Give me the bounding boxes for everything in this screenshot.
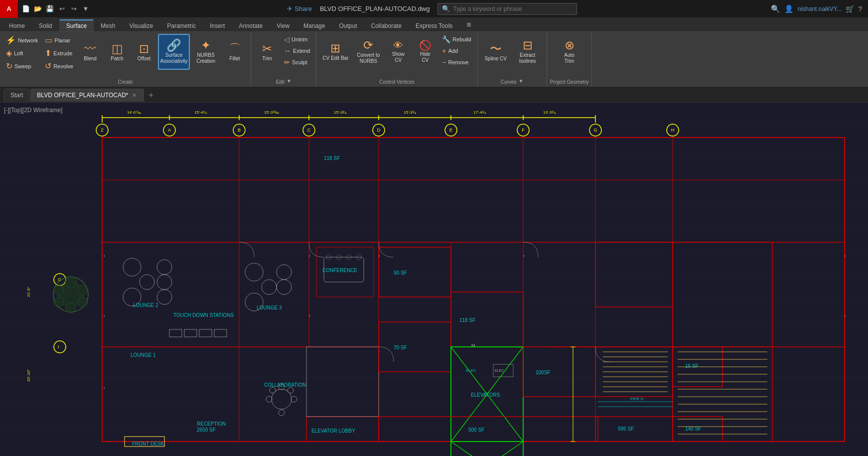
- tab-parametric[interactable]: Parametric: [160, 20, 203, 31]
- tab-collaborate[interactable]: Collaborate: [364, 20, 409, 31]
- share-button[interactable]: ✈ Share: [287, 5, 312, 12]
- cart-icon[interactable]: 🛒: [846, 5, 854, 13]
- show-cv-button[interactable]: 👁 ShowCV: [385, 34, 411, 70]
- trim-button[interactable]: ✂ Trim: [254, 34, 280, 70]
- fillet-button[interactable]: ⌒ Fillet: [222, 34, 248, 70]
- svg-text:15'-3¹³⁄₁₆: 15'-3¹³⁄₁₆: [264, 110, 279, 115]
- curves-dropdown-icon[interactable]: ▼: [519, 78, 524, 84]
- ribbon-group-project: ⊗ AutoTrim Project Geometry: [547, 32, 592, 87]
- title-bar-tools: 📄 📂 💾 ↩ ↪ ▼: [18, 4, 94, 14]
- tab-home[interactable]: Home: [2, 20, 32, 31]
- tab-express-tools[interactable]: Express Tools: [409, 20, 459, 31]
- sweep-button[interactable]: ↻ Sweep: [3, 60, 41, 72]
- tab-manage[interactable]: Manage: [296, 20, 332, 31]
- patch-button[interactable]: ◫ Patch: [104, 34, 130, 70]
- add-cv-button[interactable]: + Add: [439, 45, 474, 56]
- loft-button[interactable]: ◈ Loft: [3, 47, 41, 59]
- planar-label: Planar: [54, 37, 70, 43]
- spline-cv-button[interactable]: 〜 Spline CV: [481, 34, 511, 70]
- blend-button[interactable]: 〰 Blend: [77, 34, 103, 70]
- svg-text:ELEVATORS: ELEVATORS: [471, 392, 500, 398]
- hide-cv-button[interactable]: 🚫 HideCV: [412, 34, 438, 70]
- save-icon[interactable]: 💾: [45, 4, 55, 14]
- search-input[interactable]: [453, 5, 573, 12]
- tab-more[interactable]: ≡: [459, 18, 478, 31]
- ribbon-group-edit: ✂ Trim ◁ Untrim ↔ Extend ✏ Sculpt Edit: [251, 32, 316, 87]
- add-tab-button[interactable]: +: [145, 89, 157, 101]
- open-icon[interactable]: 📂: [33, 4, 43, 14]
- tab-surface[interactable]: Surface: [59, 19, 94, 31]
- cad-canvas: 14'-0⁷⁄₁₆ 15'-4¹⁄₄ 15'-3¹³⁄₁₆ 15'-3³⁄₄ 1…: [0, 103, 868, 456]
- blend-icon: 〰: [84, 43, 96, 55]
- svg-text:I: I: [523, 254, 524, 258]
- search-icon-right[interactable]: 🔍: [771, 4, 780, 13]
- convert-nurbs-button[interactable]: ⟳ Convert toNURBS: [352, 34, 384, 70]
- undo-icon[interactable]: ↩: [57, 4, 67, 14]
- untrim-label: Untrim: [291, 36, 307, 42]
- svg-text:A: A: [168, 128, 171, 133]
- svg-text:H: H: [671, 128, 675, 133]
- tab-mesh[interactable]: Mesh: [94, 20, 122, 31]
- search-icon: 🔍: [442, 5, 450, 12]
- svg-text:D: D: [377, 128, 381, 133]
- svg-text:COLLABORATION: COLLABORATION: [264, 382, 306, 388]
- svg-text:17'-4¹⁄₄: 17'-4¹⁄₄: [473, 110, 486, 115]
- tab-visualize[interactable]: Visualize: [122, 20, 160, 31]
- nurbs-label: NURBSCreation: [196, 52, 215, 64]
- untrim-button[interactable]: ◁ Untrim: [281, 34, 313, 45]
- svg-text:118 SF: 118 SF: [324, 155, 340, 161]
- cv-edit-bar-button[interactable]: ⊞ CV Edit Bar: [319, 34, 351, 70]
- help-icon[interactable]: ?: [858, 5, 862, 13]
- svg-text:TOUCH DOWN STATIONS: TOUCH DOWN STATIONS: [173, 312, 234, 318]
- rebuild-button[interactable]: 🔧 Rebuild: [439, 34, 474, 45]
- dropdown-icon[interactable]: ▼: [81, 4, 91, 14]
- svg-text:13'-3³⁄₄: 13'-3³⁄₄: [543, 110, 556, 115]
- close-tab-button[interactable]: ✕: [131, 92, 138, 99]
- search-box[interactable]: 🔍: [437, 3, 577, 15]
- network-label: Network: [18, 37, 38, 43]
- tab-solid[interactable]: Solid: [32, 20, 59, 31]
- svg-text:I: I: [845, 254, 846, 258]
- new-icon[interactable]: 📄: [21, 4, 31, 14]
- username[interactable]: nishant.naikVY...: [798, 5, 842, 12]
- tab-annotate[interactable]: Annotate: [232, 20, 270, 31]
- viewport[interactable]: [-][Top][2D Wireframe]: [0, 103, 868, 456]
- svg-text:B: B: [238, 128, 241, 133]
- offset-button[interactable]: ⊡ Offset: [131, 34, 157, 70]
- tab-blvd-plan[interactable]: BLVD OFFICE_PLAN-AUTOCAD* ✕: [30, 89, 144, 102]
- extend-icon: ↔: [284, 47, 291, 55]
- autocad-logo: A: [0, 0, 18, 18]
- surface-assoc-button[interactable]: 🔗 SurfaceAssociativity: [158, 34, 190, 70]
- edit-dropdown-icon[interactable]: ▼: [287, 78, 291, 84]
- tab-start[interactable]: Start: [4, 89, 29, 102]
- extrude-button[interactable]: ⬆ Extrude: [42, 47, 76, 59]
- extract-isolines-label: ExtractIsolines: [519, 52, 536, 64]
- tab-view[interactable]: View: [270, 20, 296, 31]
- network-icon: ⚡: [6, 35, 16, 45]
- show-cv-label: ShowCV: [392, 51, 405, 63]
- nurbs-creation-button[interactable]: ✦ NURBSCreation: [191, 34, 221, 70]
- rebuild-icon: 🔧: [442, 35, 450, 43]
- fillet-icon: ⌒: [229, 43, 241, 55]
- svg-text:15'-4¹⁄₄: 15'-4¹⁄₄: [194, 110, 207, 115]
- network-button[interactable]: ⚡ Network: [3, 34, 41, 46]
- auto-trim-button[interactable]: ⊗ AutoTrim: [557, 34, 582, 70]
- extract-isolines-button[interactable]: ⊟ ExtractIsolines: [512, 34, 544, 70]
- svg-text:I: I: [104, 386, 105, 390]
- spline-cv-label: Spline CV: [484, 56, 506, 61]
- redo-icon[interactable]: ↪: [69, 4, 79, 14]
- svg-text:118 SF: 118 SF: [459, 317, 475, 323]
- revolve-button[interactable]: ↺ Revolve: [42, 60, 76, 72]
- title-right: 🔍 👤 nishant.naikVY... 🛒 ?: [771, 4, 868, 13]
- tab-output[interactable]: Output: [332, 20, 364, 31]
- remove-cv-button[interactable]: − Remove: [439, 57, 474, 68]
- edit-group-label: Edit: [276, 77, 285, 85]
- planar-button[interactable]: ▭ Planar: [42, 34, 76, 46]
- sculpt-button[interactable]: ✏ Sculpt: [281, 57, 313, 68]
- svg-text:2650 SF: 2650 SF: [197, 427, 216, 433]
- svg-text:ELEC: ELEC: [466, 368, 476, 373]
- tab-insert[interactable]: Insert: [203, 20, 232, 31]
- project-row: ⊗ AutoTrim: [557, 34, 582, 70]
- sculpt-icon: ✏: [284, 58, 290, 66]
- extend-button[interactable]: ↔ Extend: [281, 45, 313, 56]
